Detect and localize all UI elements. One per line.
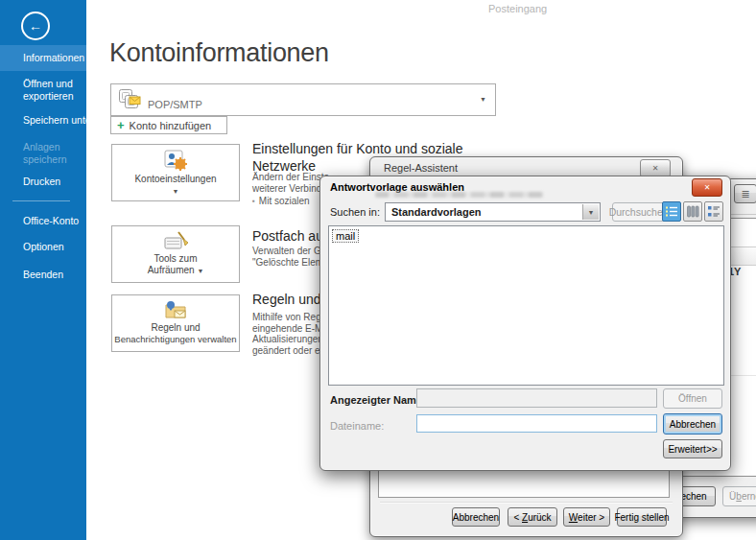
rules-wizard-next-label: Weiter > — [569, 512, 604, 523]
sidebar-item-drucken[interactable]: Drucken — [0, 176, 86, 188]
rules-wizard-cancel-button[interactable]: Abbrechen — [452, 507, 500, 527]
cleanup-tools-label-line2: Aufräumen ▼ — [112, 265, 239, 277]
section-body-account-bullet-text: Mit sozialen — [259, 196, 310, 207]
section-body-rules: Mithilfe von Rege eingehende E-Ma Aktual… — [252, 312, 328, 356]
rules-wizard-title: Regel-Assistent — [384, 162, 458, 174]
section-heading-rules: Regeln und — [252, 291, 321, 308]
section-body-account-line2: weiterer Verbindu — [252, 183, 329, 195]
back-rest: urück — [528, 512, 551, 523]
rules-dialog-toolbar-button[interactable]: ≣ — [734, 184, 756, 203]
account-settings-button[interactable]: Kontoeinstellungen ▼ — [111, 144, 240, 201]
outlook-backstage-view: Posteingang ← Informationen Öffnen und e… — [0, 0, 756, 540]
back-arrow-icon: ← — [29, 18, 42, 34]
close-icon: ✕ — [652, 164, 659, 173]
open-label: Öffnen — [678, 393, 707, 404]
cleanup-tools-label-line1: Tools zum — [112, 253, 239, 265]
sidebar-item-anlagen-speichern: Anlagen speichern — [0, 141, 86, 165]
advanced-button[interactable]: Erweitert>> — [663, 439, 722, 458]
section-body-mailbox-line1: Verwalten der Grö — [252, 246, 330, 257]
section-body-rules-line2: eingehende E-Ma — [252, 323, 328, 335]
cleanup-tools-label-line2-text: Aufräumen — [148, 265, 195, 275]
section-body-account: Ändern der Einste weiterer Verbindu ▪ Mi… — [252, 172, 329, 207]
rules-wizard-next-button[interactable]: Weiter > — [563, 507, 610, 527]
rules-dialog-apply-label: Übernehmen — [729, 491, 756, 502]
select-reply-template-dialog: Antwortvorlage auswählen ✕ Suchen in: St… — [319, 176, 731, 471]
backstage-sidebar: ← Informationen Öffnen und exportieren S… — [0, 0, 86, 540]
section-body-mailbox-line2: "Gelöschte Eleme — [252, 257, 330, 269]
page-title: Kontoinformationen — [109, 38, 329, 68]
close-icon: ✕ — [704, 183, 711, 192]
sidebar-item-oeffnen-und-exportieren[interactable]: Öffnen und exportieren — [0, 78, 86, 102]
display-name-label: Angezeigter Name: — [330, 394, 426, 406]
open-button: Öffnen — [663, 388, 722, 409]
search-in-label: Suchen in: — [330, 206, 380, 218]
sidebar-divider — [12, 200, 70, 201]
section-heading-account-line1: Einstellungen für Konto und soziale — [252, 140, 462, 157]
rules-alerts-label-line1: Regeln und — [112, 322, 239, 334]
file-name-label: Dateiname: — [330, 420, 384, 432]
tree-view-icon — [707, 205, 721, 218]
sidebar-item-optionen[interactable]: Optionen — [0, 241, 86, 253]
rules-alerts-button[interactable]: Regeln und Benachrichtigungen verwalten — [111, 294, 240, 352]
chevron-down-icon: ▼ — [588, 209, 595, 216]
sidebar-item-beenden[interactable]: Beenden — [0, 269, 86, 281]
section-body-rules-line1: Mithilfe von Rege — [252, 312, 328, 323]
columns-view-icon — [686, 205, 699, 218]
cleanup-tools-icon — [162, 230, 189, 251]
redacted-text — [375, 192, 544, 198]
search-in-dropdown[interactable]: Standardvorlagen ▼ — [385, 202, 601, 222]
sidebar-item-office-konto[interactable]: Office-Konto — [0, 215, 86, 227]
back-pre: < — [513, 512, 522, 523]
sidebar-item-speichern-unter[interactable]: Speichern unter — [0, 114, 86, 127]
back-button[interactable]: ← — [21, 12, 50, 40]
behind-window-title: Posteingang — [488, 3, 547, 14]
account-type-label: POP/SMTP — [148, 99, 202, 110]
account-type-icon — [117, 87, 142, 112]
template-dialog-cancel-button[interactable]: Abbrechen — [663, 413, 722, 434]
template-dialog-cancel-label: Abbrechen — [670, 419, 716, 430]
section-body-account-line1: Ändern der Einste — [252, 172, 329, 183]
add-account-label: Konto hinzufügen — [130, 120, 212, 131]
social-network-bullet-icon: ▪ — [252, 198, 255, 205]
view-tree-button[interactable] — [704, 201, 723, 222]
section-body-mailbox: Verwalten der Grö "Gelöschte Eleme — [252, 246, 330, 268]
rules-wizard-separator — [380, 502, 673, 503]
next-accel: W — [569, 512, 578, 523]
rules-wizard-back-button[interactable]: < Zurück — [508, 507, 557, 527]
add-account-button[interactable]: + Konto hinzufügen — [110, 116, 227, 134]
plus-icon: + — [117, 120, 125, 130]
template-dialog-close-button[interactable]: ✕ — [692, 178, 722, 197]
sidebar-item-informationen[interactable]: Informationen — [0, 45, 86, 71]
rules-alerts-label-line2: Benachrichtigungen verwalten — [112, 334, 239, 345]
account-caret-down-icon: ▼ — [480, 96, 486, 103]
list-item-mail[interactable]: mail — [332, 229, 359, 243]
section-heading-mailbox: Postfach au — [252, 227, 323, 245]
cleanup-tools-caret-icon: ▼ — [197, 268, 203, 274]
template-list[interactable]: mail — [328, 225, 724, 386]
account-settings-icon — [162, 149, 189, 172]
file-name-input[interactable] — [416, 414, 657, 433]
account-settings-label: Kontoeinstellungen — [112, 174, 239, 185]
dropdown-arrow-button[interactable]: ▼ — [582, 204, 599, 220]
next-rest: eiter > — [578, 512, 604, 523]
rules-wizard-cancel-label: Abbrechen — [453, 512, 499, 523]
account-settings-caret-icon: ▼ — [173, 188, 179, 195]
rules-alerts-icon — [162, 299, 189, 320]
view-details-button[interactable] — [662, 201, 681, 222]
rules-wizard-finish-label: Fertig stellen — [614, 512, 669, 523]
apply-rest: ernehmen — [742, 491, 756, 502]
section-body-rules-line4: geändert oder ent — [252, 345, 328, 357]
display-name-input — [416, 388, 657, 408]
rules-wizard-back-label: < Zurück — [513, 512, 551, 523]
section-body-rules-line3: Aktualisierungen — [252, 334, 328, 345]
list-icon: ≣ — [741, 188, 749, 200]
rules-dialog-apply-button: Übernehmen — [722, 486, 756, 506]
account-dropdown[interactable]: POP/SMTP ▼ — [110, 83, 496, 116]
details-view-icon — [665, 205, 678, 218]
advanced-label: Erweitert>> — [668, 444, 717, 455]
view-columns-button[interactable] — [683, 201, 702, 222]
search-in-value: Standardvorlagen — [391, 206, 482, 218]
cleanup-tools-button[interactable]: Tools zum Aufräumen ▼ — [111, 225, 240, 283]
rules-wizard-finish-button[interactable]: Fertig stellen — [617, 507, 667, 527]
